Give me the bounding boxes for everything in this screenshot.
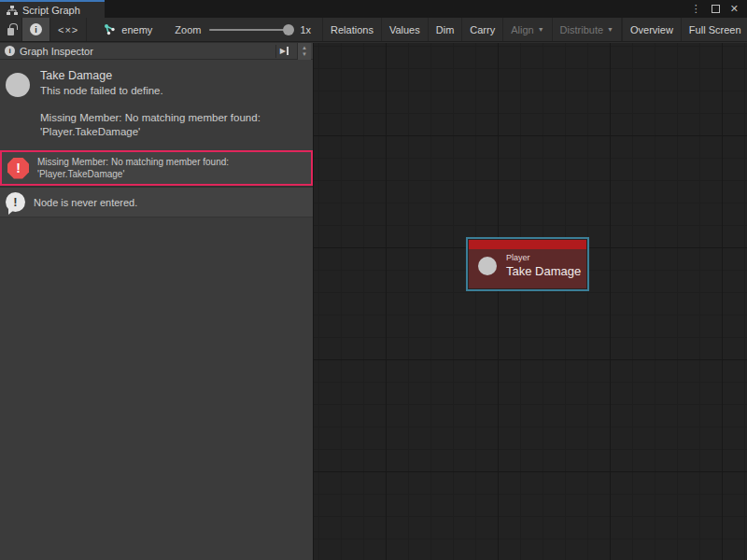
graph-inspector-panel: i Graph Inspector ▶ ▲ ▼ Take Damage This… [0,43,314,560]
graph-breadcrumb-enemy[interactable]: enemy [87,18,165,41]
main-area: i Graph Inspector ▶ ▲ ▼ Take Damage This… [0,43,747,560]
align-dropdown[interactable]: Align ▼ [503,18,552,41]
lock-button[interactable] [0,18,22,41]
overview-button[interactable]: Overview [623,18,682,41]
node-error-header [469,240,586,249]
relations-label: Relations [331,24,374,35]
error-row-text: Missing Member: No matching member found… [37,156,229,180]
take-damage-node[interactable]: Player Take Damage [466,237,589,291]
node-type-label: Player [506,253,581,262]
warning-icon: ! [6,192,25,212]
distribute-dropdown[interactable]: Distribute ▼ [553,18,622,41]
graph-inspector-header: i Graph Inspector ▶ ▲ ▼ [0,43,313,60]
dock-icon: ▶ [280,48,286,55]
window-controls: ⋮ ✕ [691,0,747,18]
node-summary: Take Damage This node failed to define. … [0,60,313,150]
align-label: Align [511,24,533,35]
distribute-label: Distribute [560,24,603,35]
node-summary-text: Take Damage This node failed to define. … [40,69,261,139]
dock-bar-icon [287,47,289,55]
error-row-line1: Missing Member: No matching member found… [37,156,229,168]
script-graph-icon [7,6,18,15]
tab-label: Script Graph [22,5,80,16]
inspector-empty-area [0,217,313,560]
overview-label: Overview [630,24,673,35]
maximize-icon[interactable] [712,5,720,13]
zoom-value: 1x [300,24,311,35]
node-title: Take Damage [40,69,261,82]
warning-text: Node is never entered. [34,197,137,208]
graph-canvas[interactable]: Player Take Damage [314,43,747,560]
script-graph-window: Script Graph ⋮ ✕ i <×> enemy [0,0,747,560]
error-detail-line1: Missing Member: No matching member found… [40,111,261,125]
dock-panel-button[interactable]: ▶ [275,45,292,58]
info-icon: i [5,46,15,56]
warning-message-row[interactable]: ! Node is never entered. [0,186,313,217]
graph-icon [104,23,116,35]
node-icon [478,257,497,275]
carry-label: Carry [470,24,495,35]
zoom-label: Zoom [175,24,201,35]
relations-button[interactable]: Relations [323,18,382,41]
node-body: Player Take Damage [468,249,587,284]
fullscreen-button[interactable]: Full Screen [682,18,747,41]
node-title-label: Take Damage [506,264,581,278]
zoom-slider[interactable] [209,29,291,31]
zoom-slider-handle[interactable] [283,24,294,35]
zoom-control: Zoom 1x [165,18,323,41]
error-icon: ! [7,158,29,179]
lock-icon [7,28,14,35]
values-label: Values [389,24,420,35]
inspector-toggle-button[interactable]: i [22,18,50,41]
node-thumbnail-icon [6,73,30,97]
chevron-down-icon: ▼ [607,26,613,33]
titlebar-spacer [105,0,691,18]
error-message-row[interactable]: ! Missing Member: No matching member fou… [0,150,313,186]
titlebar: Script Graph ⋮ ✕ [0,0,747,18]
graph-inspector-title: Graph Inspector [20,46,271,57]
carry-button[interactable]: Carry [462,18,503,41]
code-view-button[interactable]: <×> [50,18,87,41]
close-icon[interactable]: ✕ [730,4,739,14]
info-icon: i [30,23,42,35]
node-error-detail: Missing Member: No matching member found… [40,111,261,139]
panel-spinner[interactable]: ▲ ▼ [297,43,311,60]
error-row-line2: 'Player.TakeDamage' [37,168,229,180]
node-status: This node failed to define. [40,85,261,96]
chevron-down-icon: ▼ [538,26,544,33]
values-button[interactable]: Values [382,18,429,41]
tab-script-graph[interactable]: Script Graph [0,0,105,18]
fullscreen-label: Full Screen [689,24,741,35]
code-icon: <×> [58,24,78,35]
dim-label: Dim [436,24,455,35]
spin-up-icon: ▲ [302,45,307,50]
node-labels: Player Take Damage [506,253,581,278]
graph-name-label: enemy [121,24,152,35]
spin-down-icon: ▼ [302,51,307,57]
window-menu-icon[interactable]: ⋮ [691,4,701,14]
error-detail-line2: 'Player.TakeDamage' [40,125,261,139]
graph-toolbar: i <×> enemy Zoom 1x Relations Values [0,18,747,42]
dim-button[interactable]: Dim [429,18,463,41]
